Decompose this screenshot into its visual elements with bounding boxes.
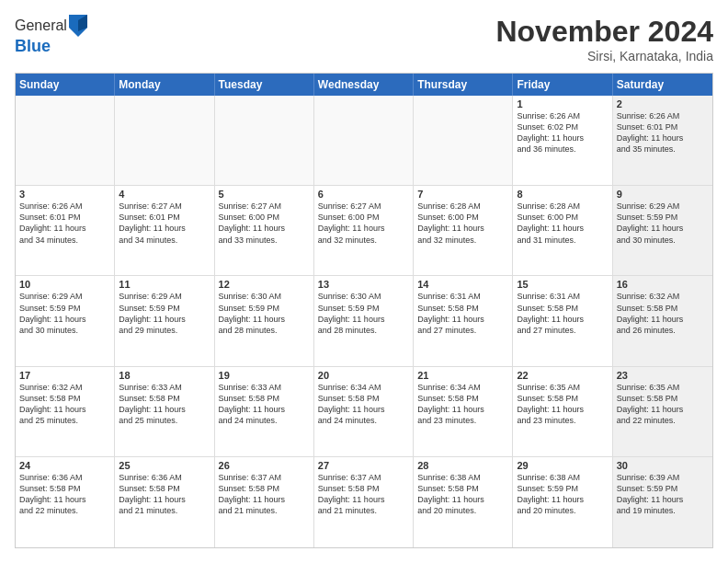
day-number: 23 <box>617 370 709 381</box>
day-number: 19 <box>219 370 310 381</box>
calendar-row: 3Sunrise: 6:26 AM Sunset: 6:01 PM Daylig… <box>16 186 712 276</box>
calendar-cell: 17Sunrise: 6:32 AM Sunset: 5:58 PM Dayli… <box>16 367 115 456</box>
cell-info: Sunrise: 6:28 AM Sunset: 6:00 PM Dayligh… <box>417 201 508 246</box>
calendar-cell: 11Sunrise: 6:29 AM Sunset: 5:59 PM Dayli… <box>115 276 214 365</box>
logo-general-text: General <box>15 17 67 34</box>
calendar-cell: 8Sunrise: 6:28 AM Sunset: 6:00 PM Daylig… <box>513 186 612 275</box>
calendar-row: 10Sunrise: 6:29 AM Sunset: 5:59 PM Dayli… <box>16 276 712 366</box>
calendar-cell <box>16 96 115 185</box>
calendar-header-cell: Sunday <box>16 74 115 96</box>
calendar-cell: 1Sunrise: 6:26 AM Sunset: 6:02 PM Daylig… <box>513 96 612 185</box>
cell-info: Sunrise: 6:36 AM Sunset: 5:58 PM Dayligh… <box>19 472 110 517</box>
day-number: 6 <box>318 189 409 200</box>
calendar-cell: 13Sunrise: 6:30 AM Sunset: 5:59 PM Dayli… <box>314 276 414 365</box>
month-title: November 2024 <box>495 15 713 49</box>
cell-info: Sunrise: 6:32 AM Sunset: 5:58 PM Dayligh… <box>617 291 709 336</box>
cell-info: Sunrise: 6:26 AM Sunset: 6:01 PM Dayligh… <box>19 201 110 246</box>
day-number: 14 <box>417 279 508 290</box>
day-number: 17 <box>19 370 110 381</box>
calendar-header: SundayMondayTuesdayWednesdayThursdayFrid… <box>16 74 712 96</box>
day-number: 27 <box>318 460 409 471</box>
day-number: 25 <box>119 460 210 471</box>
cell-info: Sunrise: 6:27 AM Sunset: 6:00 PM Dayligh… <box>318 201 409 246</box>
cell-info: Sunrise: 6:37 AM Sunset: 5:58 PM Dayligh… <box>219 472 310 517</box>
calendar-cell: 6Sunrise: 6:27 AM Sunset: 6:00 PM Daylig… <box>314 186 414 275</box>
day-number: 8 <box>517 189 608 200</box>
cell-info: Sunrise: 6:30 AM Sunset: 5:59 PM Dayligh… <box>318 291 409 336</box>
day-number: 18 <box>119 370 210 381</box>
calendar-cell: 28Sunrise: 6:38 AM Sunset: 5:58 PM Dayli… <box>414 457 513 547</box>
cell-info: Sunrise: 6:37 AM Sunset: 5:58 PM Dayligh… <box>318 472 409 517</box>
day-number: 30 <box>617 460 709 471</box>
page: General Blue November 2024 Sirsi, Karnat… <box>0 0 728 563</box>
day-number: 12 <box>219 279 310 290</box>
cell-info: Sunrise: 6:27 AM Sunset: 6:01 PM Dayligh… <box>119 201 210 246</box>
calendar-cell: 5Sunrise: 6:27 AM Sunset: 6:00 PM Daylig… <box>215 186 314 275</box>
calendar-header-cell: Friday <box>513 74 612 96</box>
calendar: SundayMondayTuesdayWednesdayThursdayFrid… <box>15 73 713 548</box>
day-number: 24 <box>19 460 110 471</box>
calendar-cell: 30Sunrise: 6:39 AM Sunset: 5:59 PM Dayli… <box>613 457 712 547</box>
cell-info: Sunrise: 6:29 AM Sunset: 5:59 PM Dayligh… <box>19 291 110 336</box>
calendar-cell <box>215 96 314 185</box>
calendar-cell: 14Sunrise: 6:31 AM Sunset: 5:58 PM Dayli… <box>414 276 513 365</box>
day-number: 4 <box>119 189 210 200</box>
calendar-header-cell: Monday <box>115 74 214 96</box>
logo-blue-text: Blue <box>15 37 51 56</box>
day-number: 28 <box>417 460 508 471</box>
calendar-cell: 22Sunrise: 6:35 AM Sunset: 5:58 PM Dayli… <box>513 367 612 456</box>
calendar-cell <box>115 96 214 185</box>
day-number: 3 <box>19 189 110 200</box>
day-number: 9 <box>617 189 709 200</box>
calendar-cell: 20Sunrise: 6:34 AM Sunset: 5:58 PM Dayli… <box>314 367 414 456</box>
cell-info: Sunrise: 6:35 AM Sunset: 5:58 PM Dayligh… <box>517 382 608 427</box>
logo: General Blue <box>15 15 87 56</box>
day-number: 11 <box>119 279 210 290</box>
calendar-cell: 29Sunrise: 6:38 AM Sunset: 5:59 PM Dayli… <box>513 457 612 547</box>
calendar-cell: 3Sunrise: 6:26 AM Sunset: 6:01 PM Daylig… <box>16 186 115 275</box>
calendar-cell: 16Sunrise: 6:32 AM Sunset: 5:58 PM Dayli… <box>613 276 712 365</box>
day-number: 2 <box>617 98 709 109</box>
calendar-cell: 26Sunrise: 6:37 AM Sunset: 5:58 PM Dayli… <box>215 457 314 547</box>
cell-info: Sunrise: 6:31 AM Sunset: 5:58 PM Dayligh… <box>417 291 508 336</box>
cell-info: Sunrise: 6:28 AM Sunset: 6:00 PM Dayligh… <box>517 201 608 246</box>
cell-info: Sunrise: 6:32 AM Sunset: 5:58 PM Dayligh… <box>19 382 110 427</box>
calendar-cell: 15Sunrise: 6:31 AM Sunset: 5:58 PM Dayli… <box>513 276 612 365</box>
cell-info: Sunrise: 6:27 AM Sunset: 6:00 PM Dayligh… <box>219 201 310 246</box>
cell-info: Sunrise: 6:26 AM Sunset: 6:01 PM Dayligh… <box>617 110 709 155</box>
cell-info: Sunrise: 6:29 AM Sunset: 5:59 PM Dayligh… <box>119 291 210 336</box>
cell-info: Sunrise: 6:33 AM Sunset: 5:58 PM Dayligh… <box>219 382 310 427</box>
cell-info: Sunrise: 6:39 AM Sunset: 5:59 PM Dayligh… <box>617 472 709 517</box>
day-number: 26 <box>219 460 310 471</box>
day-number: 22 <box>517 370 608 381</box>
cell-info: Sunrise: 6:30 AM Sunset: 5:59 PM Dayligh… <box>219 291 310 336</box>
cell-info: Sunrise: 6:29 AM Sunset: 5:59 PM Dayligh… <box>617 201 709 246</box>
day-number: 20 <box>318 370 409 381</box>
cell-info: Sunrise: 6:38 AM Sunset: 5:59 PM Dayligh… <box>517 472 608 517</box>
logo-icon <box>69 15 87 37</box>
calendar-cell: 12Sunrise: 6:30 AM Sunset: 5:59 PM Dayli… <box>215 276 314 365</box>
calendar-cell: 27Sunrise: 6:37 AM Sunset: 5:58 PM Dayli… <box>314 457 414 547</box>
calendar-cell: 24Sunrise: 6:36 AM Sunset: 5:58 PM Dayli… <box>16 457 115 547</box>
cell-info: Sunrise: 6:26 AM Sunset: 6:02 PM Dayligh… <box>517 110 608 155</box>
day-number: 21 <box>417 370 508 381</box>
calendar-row: 1Sunrise: 6:26 AM Sunset: 6:02 PM Daylig… <box>16 96 712 186</box>
calendar-header-cell: Saturday <box>613 74 712 96</box>
cell-info: Sunrise: 6:38 AM Sunset: 5:58 PM Dayligh… <box>417 472 508 517</box>
day-number: 10 <box>19 279 110 290</box>
calendar-cell: 10Sunrise: 6:29 AM Sunset: 5:59 PM Dayli… <box>16 276 115 365</box>
calendar-cell: 23Sunrise: 6:35 AM Sunset: 5:58 PM Dayli… <box>613 367 712 456</box>
calendar-cell: 21Sunrise: 6:34 AM Sunset: 5:58 PM Dayli… <box>414 367 513 456</box>
day-number: 15 <box>517 279 608 290</box>
cell-info: Sunrise: 6:35 AM Sunset: 5:58 PM Dayligh… <box>617 382 709 427</box>
calendar-row: 17Sunrise: 6:32 AM Sunset: 5:58 PM Dayli… <box>16 367 712 457</box>
cell-info: Sunrise: 6:34 AM Sunset: 5:58 PM Dayligh… <box>417 382 508 427</box>
calendar-header-cell: Thursday <box>414 74 513 96</box>
calendar-cell: 19Sunrise: 6:33 AM Sunset: 5:58 PM Dayli… <box>215 367 314 456</box>
day-number: 16 <box>617 279 709 290</box>
cell-info: Sunrise: 6:33 AM Sunset: 5:58 PM Dayligh… <box>119 382 210 427</box>
day-number: 29 <box>517 460 608 471</box>
cell-info: Sunrise: 6:36 AM Sunset: 5:58 PM Dayligh… <box>119 472 210 517</box>
header: General Blue November 2024 Sirsi, Karnat… <box>15 15 713 63</box>
day-number: 1 <box>517 98 608 109</box>
